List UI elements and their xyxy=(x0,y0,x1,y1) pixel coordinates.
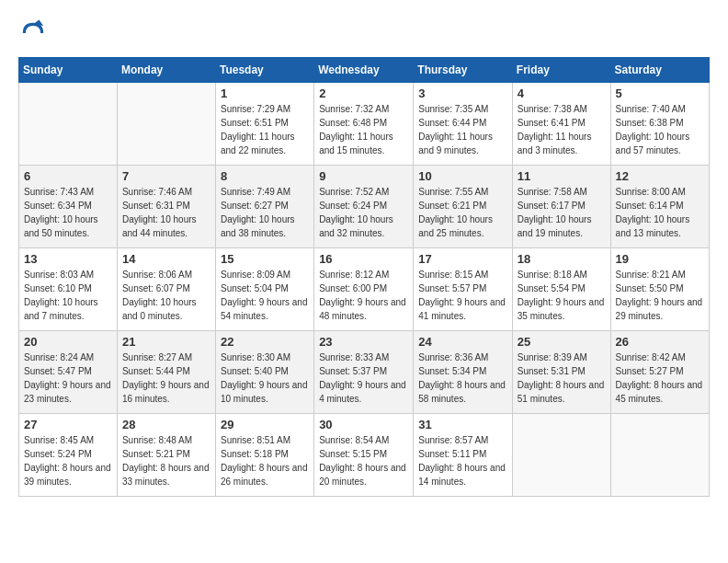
day-info: Sunrise: 7:32 AMSunset: 6:48 PMDaylight:… xyxy=(319,102,408,157)
calendar-cell: 29 Sunrise: 8:51 AMSunset: 5:18 PMDaylig… xyxy=(215,414,313,497)
day-number: 17 xyxy=(418,252,507,266)
day-info: Sunrise: 8:39 AMSunset: 5:31 PMDaylight:… xyxy=(518,350,606,406)
calendar-body: 1 Sunrise: 7:29 AMSunset: 6:51 PMDayligh… xyxy=(19,83,710,497)
day-info: Sunrise: 8:03 AMSunset: 6:10 PMDaylight:… xyxy=(24,268,112,323)
day-info: Sunrise: 8:12 AMSunset: 6:00 PMDaylight:… xyxy=(319,268,408,323)
day-number: 26 xyxy=(616,335,704,349)
day-number: 8 xyxy=(221,169,309,183)
calendar-cell: 21 Sunrise: 8:27 AMSunset: 5:44 PMDaylig… xyxy=(117,331,215,414)
day-number: 28 xyxy=(122,418,210,431)
day-number: 22 xyxy=(221,335,309,349)
weekday-header: Friday xyxy=(512,58,610,83)
calendar-cell: 20 Sunrise: 8:24 AMSunset: 5:47 PMDaylig… xyxy=(19,331,118,414)
calendar-week-row: 20 Sunrise: 8:24 AMSunset: 5:47 PMDaylig… xyxy=(19,331,710,414)
calendar-cell: 4 Sunrise: 7:38 AMSunset: 6:41 PMDayligh… xyxy=(512,83,610,166)
calendar-cell: 7 Sunrise: 7:46 AMSunset: 6:31 PMDayligh… xyxy=(117,166,215,248)
calendar-cell: 22 Sunrise: 8:30 AMSunset: 5:40 PMDaylig… xyxy=(215,331,313,414)
day-info: Sunrise: 8:30 AMSunset: 5:40 PMDaylight:… xyxy=(221,350,309,406)
calendar-cell: 16 Sunrise: 8:12 AMSunset: 6:00 PMDaylig… xyxy=(314,248,414,331)
calendar-cell: 5 Sunrise: 7:40 AMSunset: 6:38 PMDayligh… xyxy=(610,83,709,166)
day-info: Sunrise: 8:21 AMSunset: 5:50 PMDaylight:… xyxy=(616,268,704,323)
weekday-header: Sunday xyxy=(19,58,118,83)
day-info: Sunrise: 8:24 AMSunset: 5:47 PMDaylight:… xyxy=(24,350,112,406)
day-info: Sunrise: 8:48 AMSunset: 5:21 PMDaylight:… xyxy=(122,433,210,488)
logo xyxy=(18,18,53,48)
calendar-week-row: 13 Sunrise: 8:03 AMSunset: 6:10 PMDaylig… xyxy=(19,248,710,331)
day-info: Sunrise: 7:58 AMSunset: 6:17 PMDaylight:… xyxy=(518,185,606,240)
day-info: Sunrise: 7:40 AMSunset: 6:38 PMDaylight:… xyxy=(616,102,704,157)
day-number: 19 xyxy=(616,252,704,266)
weekday-header: Saturday xyxy=(610,58,709,83)
day-info: Sunrise: 8:18 AMSunset: 5:54 PMDaylight:… xyxy=(518,268,606,323)
calendar-cell: 12 Sunrise: 8:00 AMSunset: 6:14 PMDaylig… xyxy=(610,166,709,248)
day-number: 31 xyxy=(418,418,507,431)
calendar-cell xyxy=(117,83,215,166)
day-info: Sunrise: 8:45 AMSunset: 5:24 PMDaylight:… xyxy=(24,433,112,488)
day-info: Sunrise: 8:27 AMSunset: 5:44 PMDaylight:… xyxy=(122,350,210,406)
day-info: Sunrise: 7:49 AMSunset: 6:27 PMDaylight:… xyxy=(221,185,309,240)
calendar-cell: 11 Sunrise: 7:58 AMSunset: 6:17 PMDaylig… xyxy=(512,166,610,248)
day-number: 13 xyxy=(24,252,112,266)
calendar-cell: 8 Sunrise: 7:49 AMSunset: 6:27 PMDayligh… xyxy=(215,166,313,248)
day-number: 23 xyxy=(319,335,408,349)
day-number: 9 xyxy=(319,169,408,183)
calendar-cell: 3 Sunrise: 7:35 AMSunset: 6:44 PMDayligh… xyxy=(414,83,513,166)
calendar-cell: 17 Sunrise: 8:15 AMSunset: 5:57 PMDaylig… xyxy=(414,248,513,331)
calendar-cell: 15 Sunrise: 8:09 AMSunset: 5:04 PMDaylig… xyxy=(215,248,313,331)
page-header xyxy=(18,18,710,48)
day-info: Sunrise: 8:51 AMSunset: 5:18 PMDaylight:… xyxy=(221,433,309,488)
day-info: Sunrise: 7:29 AMSunset: 6:51 PMDaylight:… xyxy=(221,102,309,157)
calendar-cell: 23 Sunrise: 8:33 AMSunset: 5:37 PMDaylig… xyxy=(314,331,414,414)
calendar-cell: 19 Sunrise: 8:21 AMSunset: 5:50 PMDaylig… xyxy=(610,248,709,331)
weekday-header: Tuesday xyxy=(215,58,313,83)
calendar-week-row: 1 Sunrise: 7:29 AMSunset: 6:51 PMDayligh… xyxy=(19,83,710,166)
day-info: Sunrise: 7:52 AMSunset: 6:24 PMDaylight:… xyxy=(319,185,408,240)
weekday-header: Wednesday xyxy=(314,58,414,83)
day-number: 15 xyxy=(221,252,309,266)
calendar-cell: 30 Sunrise: 8:54 AMSunset: 5:15 PMDaylig… xyxy=(314,414,414,497)
day-number: 14 xyxy=(122,252,210,266)
calendar-cell: 13 Sunrise: 8:03 AMSunset: 6:10 PMDaylig… xyxy=(19,248,118,331)
day-number: 12 xyxy=(616,169,704,183)
calendar-cell: 9 Sunrise: 7:52 AMSunset: 6:24 PMDayligh… xyxy=(314,166,414,248)
day-number: 24 xyxy=(418,335,507,349)
day-number: 21 xyxy=(122,335,210,349)
day-number: 30 xyxy=(319,418,408,431)
day-number: 2 xyxy=(319,86,408,100)
calendar-cell: 25 Sunrise: 8:39 AMSunset: 5:31 PMDaylig… xyxy=(512,331,610,414)
calendar-cell: 10 Sunrise: 7:55 AMSunset: 6:21 PMDaylig… xyxy=(414,166,513,248)
weekday-header: Thursday xyxy=(414,58,513,83)
day-info: Sunrise: 8:42 AMSunset: 5:27 PMDaylight:… xyxy=(616,350,704,406)
day-info: Sunrise: 8:06 AMSunset: 6:07 PMDaylight:… xyxy=(122,268,210,323)
day-number: 4 xyxy=(518,86,606,100)
calendar-table: SundayMondayTuesdayWednesdayThursdayFrid… xyxy=(18,57,710,497)
day-info: Sunrise: 7:38 AMSunset: 6:41 PMDaylight:… xyxy=(518,102,606,157)
calendar-cell xyxy=(512,414,610,497)
day-info: Sunrise: 7:46 AMSunset: 6:31 PMDaylight:… xyxy=(122,185,210,240)
day-number: 3 xyxy=(418,86,507,100)
day-number: 29 xyxy=(221,418,309,431)
day-info: Sunrise: 8:54 AMSunset: 5:15 PMDaylight:… xyxy=(319,433,408,488)
day-number: 20 xyxy=(24,335,112,349)
calendar-cell: 31 Sunrise: 8:57 AMSunset: 5:11 PMDaylig… xyxy=(414,414,513,497)
weekday-header: Monday xyxy=(117,58,215,83)
calendar-week-row: 27 Sunrise: 8:45 AMSunset: 5:24 PMDaylig… xyxy=(19,414,710,497)
calendar-cell: 6 Sunrise: 7:43 AMSunset: 6:34 PMDayligh… xyxy=(19,166,118,248)
day-info: Sunrise: 8:57 AMSunset: 5:11 PMDaylight:… xyxy=(418,433,507,488)
day-number: 6 xyxy=(24,169,112,183)
day-number: 18 xyxy=(518,252,606,266)
calendar-cell: 24 Sunrise: 8:36 AMSunset: 5:34 PMDaylig… xyxy=(414,331,513,414)
day-number: 11 xyxy=(518,169,606,183)
calendar-cell: 18 Sunrise: 8:18 AMSunset: 5:54 PMDaylig… xyxy=(512,248,610,331)
day-number: 7 xyxy=(122,169,210,183)
day-info: Sunrise: 8:15 AMSunset: 5:57 PMDaylight:… xyxy=(418,268,507,323)
calendar-cell: 1 Sunrise: 7:29 AMSunset: 6:51 PMDayligh… xyxy=(215,83,313,166)
calendar-cell: 2 Sunrise: 7:32 AMSunset: 6:48 PMDayligh… xyxy=(314,83,414,166)
day-number: 25 xyxy=(518,335,606,349)
calendar-cell: 28 Sunrise: 8:48 AMSunset: 5:21 PMDaylig… xyxy=(117,414,215,497)
day-number: 1 xyxy=(221,86,309,100)
day-number: 5 xyxy=(616,86,704,100)
logo-icon xyxy=(18,18,48,48)
day-info: Sunrise: 8:09 AMSunset: 5:04 PMDaylight:… xyxy=(221,268,309,323)
day-info: Sunrise: 7:55 AMSunset: 6:21 PMDaylight:… xyxy=(418,185,507,240)
